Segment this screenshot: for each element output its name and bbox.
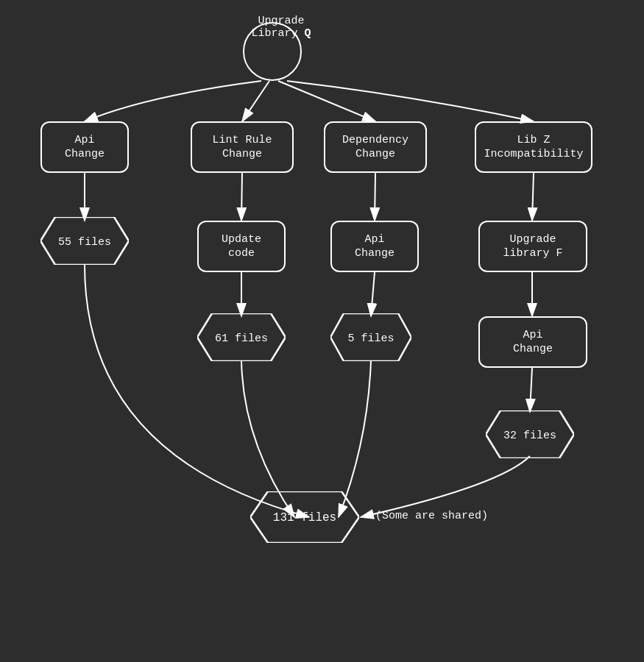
api-change-1-label: ApiChange — [65, 133, 105, 162]
files-32-node: 32 files — [486, 410, 574, 458]
api-change-2-label: ApiChange — [355, 232, 394, 261]
dependency-change-label: DependencyChange — [342, 133, 408, 162]
svg-text:32 files: 32 files — [503, 430, 556, 442]
update-code-label: Updatecode — [222, 232, 261, 261]
api-change-2-node: ApiChange — [330, 221, 419, 272]
files-131-node: 131 files — [250, 491, 359, 543]
svg-text:131 files: 131 files — [273, 511, 336, 524]
diagram-container: UpgradeLibrary Q ApiChange Lint RuleChan… — [0, 0, 644, 662]
dependency-change-node: DependencyChange — [324, 121, 427, 173]
svg-text:55 files: 55 files — [58, 236, 111, 249]
lint-rule-change-label: Lint RuleChange — [212, 133, 272, 162]
upgrade-library-f-label: Upgradelibrary F — [503, 232, 562, 261]
svg-text:5 files: 5 files — [347, 332, 394, 345]
upgrade-library-q-node — [243, 22, 302, 81]
api-change-3-node: ApiChange — [478, 316, 587, 368]
svg-text:61 files: 61 files — [215, 332, 268, 345]
lint-rule-change-node: Lint RuleChange — [191, 121, 294, 173]
api-change-1-node: ApiChange — [40, 121, 129, 173]
lib-z-incompatibility-node: Lib ZIncompatibility — [475, 121, 592, 173]
lib-z-incompatibility-label: Lib ZIncompatibility — [484, 133, 583, 162]
some-are-shared-note: (Some are shared) — [375, 510, 488, 522]
update-code-node: Updatecode — [197, 221, 286, 272]
api-change-3-label: ApiChange — [513, 328, 553, 357]
upgrade-library-f-node: Upgradelibrary F — [478, 221, 587, 272]
files-55-node: 55 files — [40, 217, 129, 265]
files-61-node: 61 files — [197, 313, 286, 361]
files-5-node: 5 files — [330, 313, 411, 361]
